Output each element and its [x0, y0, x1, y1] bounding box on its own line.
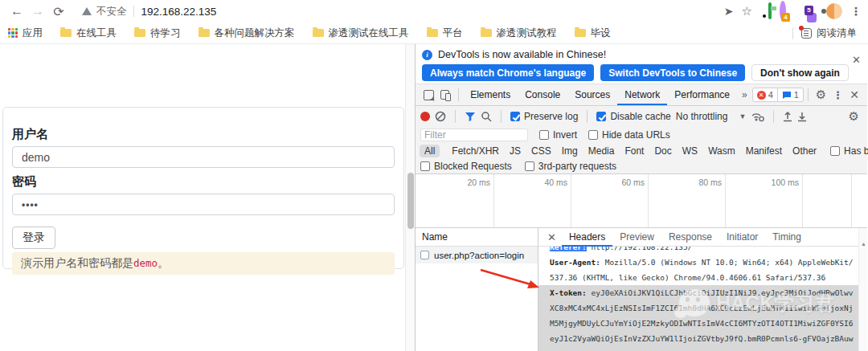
- type-filter[interactable]: Wasm: [703, 145, 740, 157]
- tab-sources[interactable]: Sources: [567, 84, 617, 105]
- reading-list-button[interactable]: 阅读清单: [801, 27, 857, 40]
- scrollbar-thumb[interactable]: [407, 173, 414, 229]
- type-filter[interactable]: Media: [583, 145, 620, 157]
- toolbar-divider: [458, 88, 459, 101]
- tab-timing[interactable]: Timing: [765, 228, 809, 247]
- third-party-requests-checkbox[interactable]: 3rd-party requests: [525, 161, 616, 172]
- tab-console[interactable]: Console: [518, 84, 567, 105]
- tab-network[interactable]: Network: [617, 84, 667, 105]
- import-har-icon[interactable]: [783, 111, 792, 122]
- tab-preview[interactable]: Preview: [612, 228, 661, 247]
- throttling-value: No throttling: [676, 111, 728, 122]
- type-filter[interactable]: Doc: [649, 145, 676, 157]
- invert-checkbox[interactable]: Invert: [539, 129, 577, 141]
- tab-elements[interactable]: Elements: [463, 84, 518, 105]
- match-language-button[interactable]: Always match Chrome's language: [422, 64, 594, 81]
- error-icon: ✕: [757, 91, 766, 100]
- share-icon[interactable]: ➤: [724, 5, 734, 18]
- filter-input[interactable]: [420, 129, 528, 141]
- notice-close-icon[interactable]: ✕: [852, 54, 861, 66]
- filter-icon[interactable]: [465, 112, 476, 122]
- search-icon[interactable]: [481, 111, 492, 122]
- login-button[interactable]: 登录: [12, 227, 55, 249]
- inspect-element-icon[interactable]: [424, 90, 434, 100]
- bookmark-folder[interactable]: 各种问题解决方案: [199, 27, 295, 40]
- message-count-badge[interactable]: 1: [778, 88, 804, 102]
- type-filter[interactable]: CSS: [526, 145, 556, 157]
- scroll-up-icon[interactable]: ▲: [861, 241, 866, 247]
- switch-chinese-button[interactable]: Switch DevTools to Chinese: [600, 64, 745, 81]
- type-filter[interactable]: Other: [788, 145, 821, 157]
- tab-performance[interactable]: Performance: [667, 84, 737, 105]
- type-filter[interactable]: WS: [678, 145, 702, 157]
- extension-badge: 5: [805, 6, 813, 15]
- device-toolbar-icon[interactable]: [440, 90, 450, 100]
- type-filter-all[interactable]: All: [420, 145, 440, 157]
- type-filter[interactable]: Font: [620, 145, 649, 157]
- address-bar[interactable]: 不安全 192.168.22.135: [74, 5, 724, 18]
- extension-battery-icon[interactable]: [768, 4, 772, 18]
- has-blocked-cookies-checkbox[interactable]: Has blocked cookies: [830, 145, 868, 157]
- back-icon[interactable]: ←: [6, 4, 27, 18]
- bookmark-label: 渗透测试在线工具: [329, 27, 409, 40]
- extension-donut-icon[interactable]: 4: [780, 4, 786, 18]
- headers-content[interactable]: Referer: http://192.168.22.135/ User-Age…: [538, 247, 867, 351]
- bookmark-folder[interactable]: 平台: [427, 27, 463, 40]
- blocked-requests-checkbox[interactable]: Blocked Requests: [420, 161, 512, 172]
- hint-text: 演示用户名和密码都是: [21, 256, 133, 269]
- checkbox-icon: [588, 130, 598, 140]
- type-filter[interactable]: Fetch/XHR: [447, 145, 504, 157]
- bookmark-folder[interactable]: 渗透测试教程: [481, 27, 557, 40]
- request-row[interactable]: user.php?action=login: [416, 247, 538, 263]
- devtools-menu-icon[interactable]: ⋮: [833, 89, 843, 101]
- hide-data-urls-label: Hide data URLs: [602, 129, 670, 141]
- close-details-icon[interactable]: ✕: [542, 231, 562, 243]
- disable-cache-checkbox[interactable]: Disable cache: [596, 111, 670, 122]
- dont-show-again-button[interactable]: Don't show again: [751, 64, 849, 81]
- network-conditions-icon[interactable]: [751, 111, 764, 122]
- preserve-log-checkbox[interactable]: Preserve log: [510, 111, 578, 122]
- record-icon[interactable]: [420, 112, 430, 121]
- username-field[interactable]: [12, 146, 395, 168]
- hide-data-urls-checkbox[interactable]: Hide data URLs: [588, 129, 670, 141]
- password-field[interactable]: [12, 194, 395, 215]
- type-filter[interactable]: Manifest: [741, 145, 787, 157]
- throttling-dropdown[interactable]: No throttling▼: [676, 111, 747, 122]
- security-label[interactable]: 不安全: [96, 5, 127, 18]
- details-scrollbar[interactable]: ▲: [858, 228, 867, 351]
- clear-icon[interactable]: [435, 111, 446, 122]
- type-filter[interactable]: Img: [557, 145, 583, 157]
- toolbar-divider: [808, 88, 809, 101]
- checkbox-icon[interactable]: [420, 251, 429, 259]
- folder-icon: [481, 29, 492, 37]
- name-column-header[interactable]: Name: [416, 228, 538, 247]
- network-timeline[interactable]: 20 ms 40 ms 60 ms 80 ms 100 ms: [416, 174, 867, 228]
- not-secure-warning-icon: [82, 7, 92, 15]
- refresh-icon[interactable]: ⟳: [48, 4, 69, 19]
- export-har-icon[interactable]: [797, 111, 807, 122]
- type-filter[interactable]: JS: [505, 145, 526, 157]
- network-filter-row: Invert Hide data URLs: [416, 127, 867, 143]
- forward-icon[interactable]: →: [27, 4, 48, 18]
- chrome-menu-icon[interactable]: ⋮: [850, 5, 862, 18]
- tab-headers[interactable]: Headers: [562, 228, 612, 247]
- error-count-badge[interactable]: ✕4: [752, 88, 778, 102]
- bookmark-folder[interactable]: 毕设: [575, 27, 611, 40]
- url-text[interactable]: 192.168.22.135: [141, 6, 217, 18]
- page-scrollbar[interactable]: [405, 44, 415, 351]
- devtools-settings-icon[interactable]: ⚙: [816, 88, 826, 102]
- notice-text: DevTools is now available in Chinese!: [438, 49, 606, 60]
- login-card: 用户名 密码 登录 演示用户名和密码都是demo。: [2, 107, 404, 269]
- bookmark-star-icon[interactable]: ☆: [742, 4, 752, 18]
- header-value: http://192.168.22.135/: [592, 247, 693, 251]
- bookmark-folder[interactable]: 待学习: [134, 27, 181, 40]
- bookmark-folder[interactable]: 渗透测试在线工具: [313, 27, 409, 40]
- more-tabs-icon[interactable]: »: [737, 89, 752, 100]
- bookmark-apps[interactable]: 应用: [8, 27, 43, 40]
- bookmark-folder[interactable]: 在线工具: [60, 27, 117, 40]
- tab-initiator[interactable]: Initiator: [719, 228, 765, 247]
- tab-response[interactable]: Response: [661, 228, 719, 247]
- network-settings-icon[interactable]: ⚙: [849, 109, 859, 124]
- profile-avatar[interactable]: [826, 3, 842, 19]
- devtools-close-icon[interactable]: ✕: [850, 88, 859, 101]
